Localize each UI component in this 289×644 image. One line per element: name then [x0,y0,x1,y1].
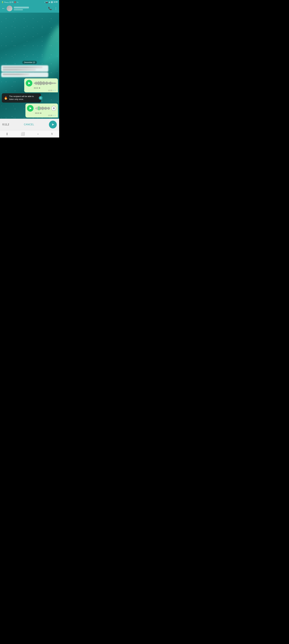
pause-button[interactable] [51,106,56,111]
voice-message-1: 00:03 12:23 ✓✓ [1,78,58,92]
read-receipt-2: ✓✓ [53,114,56,116]
waveform-2 [35,106,50,110]
nav-bar: ⫿ ⬜ › ⚕ [0,130,59,138]
voice-bubble-content: 00:03 12:23 ✓✓ [24,78,58,92]
instagram-icon: 📷 [46,1,48,3]
flame-icon: 🔥 [4,96,8,100]
status-left: 🔋 ۳۸درصد ||| 4G 🔇 🗝 [2,1,18,3]
read-receipt-1: ✓✓ [53,89,56,92]
voice-footer-1: 00:03 [26,87,56,89]
voice-duration-1: 00:03 [34,87,38,89]
mute-icon: 🔇 [14,1,16,3]
contact-name-blur [14,6,29,8]
blurred-line [3,69,36,70]
blurred-line [3,74,29,75]
blurred-line [3,66,43,68]
nav-home-icon[interactable]: ⬜ [21,132,25,136]
tooltip-badge: 1 [39,96,43,100]
bottom-bar: 0:11,2 CANCEL ➤ [0,119,59,130]
nav-accessibility-icon[interactable]: ⚕ [51,132,53,136]
voice-dot-1 [39,88,40,88]
battery-icon: 🔋 [2,1,4,3]
date-badge-container: December 22 [0,13,59,64]
message-meta-2: 12:28 ✓✓ [27,114,56,116]
message-meta-1: 12:23 ✓✓ [26,89,56,92]
blurred-message-2 [1,72,48,77]
send-button[interactable]: ➤ [49,121,57,128]
date-badge: December 22 [22,61,37,64]
status-right: • 📷 ⊕ 🖼 ۱۲:۴۲ [44,1,58,3]
clock: ۱۲:۴۲ [54,1,58,3]
back-button[interactable]: ← [2,6,5,10]
chat-background: December 22 [0,13,59,119]
play-icon-1 [28,82,31,84]
voice-duration-2: 00:03 [35,112,40,114]
voice-row-2 [27,105,56,112]
cancel-button[interactable]: CANCEL [24,123,34,126]
key-icon: 🗝 [17,1,18,3]
call-button[interactable]: 📞 [48,6,52,10]
blurred-message-1 [1,65,48,72]
timestamp-2: 12:28 [48,114,52,116]
threads-icon: ⊕ [49,1,50,3]
dot-icon: • [44,1,45,3]
messages-area: 00:03 12:23 ✓✓ 🔥 The recipient will be a… [0,65,59,119]
play-button-1[interactable] [26,80,32,86]
nav-back-icon[interactable]: › [38,132,38,136]
play-icon-2 [30,107,32,110]
contact-status-blur [14,9,23,10]
timestamp-1: 12:23 [48,90,52,91]
tooltip-box: 🔥 The recipient will be able to listen o… [2,93,41,102]
recording-time: 0:11,2 [3,123,9,126]
play-button-2[interactable] [27,105,34,112]
pause-icon [53,108,55,109]
gallery-icon: 🖼 [51,1,53,3]
battery-percent: ۳۸درصد [4,1,9,3]
nav-menu-icon[interactable]: ⫿ [6,132,8,136]
tooltip-container: 🔥 The recipient will be able to listen o… [2,93,58,102]
avatar [7,6,12,11]
voice-message-2: 00:03 12:28 ✓✓ [1,104,58,118]
menu-button[interactable]: ⋮ [54,6,57,10]
top-bar: ← 📞 ⋮ [0,4,59,13]
waveform-1 [34,81,56,85]
send-icon: ➤ [52,122,54,126]
voice-dot-2 [40,113,41,114]
voice-bubble-2-content: 00:03 12:28 ✓✓ [26,104,58,118]
network-type: 4G [12,1,14,3]
status-bar: 🔋 ۳۸درصد ||| 4G 🔇 🗝 • 📷 ⊕ 🖼 ۱۲:۴۲ [0,0,59,4]
tooltip-message: The recipient will be able to listen onl… [9,95,39,101]
voice-footer-2: 00:03 [27,112,56,114]
top-bar-actions: 📞 ⋮ [48,6,57,10]
signal-bars: ||| [10,1,11,3]
voice-row [26,80,56,86]
contact-info [14,6,47,10]
